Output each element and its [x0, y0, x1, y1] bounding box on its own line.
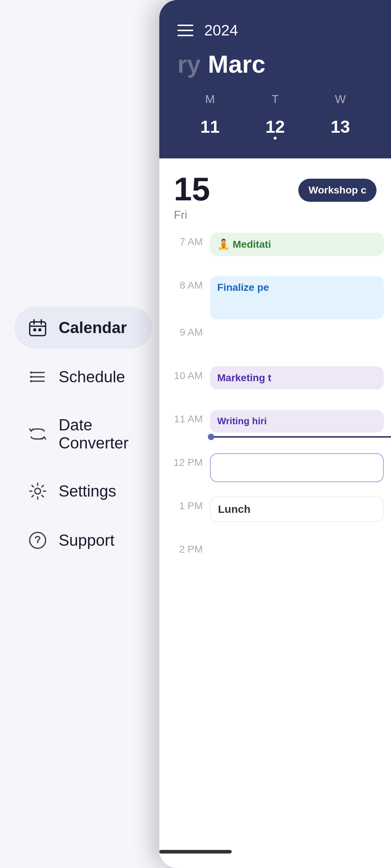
- time-row-8am: 8 AM Finalize pe: [170, 276, 391, 323]
- time-slots: 7 AM 🧘 Meditati 8 AM Finalize pe 9 AM 10…: [159, 233, 391, 583]
- time-label-8am: 8 AM: [170, 276, 210, 291]
- sidebar-item-date-converter-label: Date Converter: [59, 416, 139, 452]
- cal-date-13[interactable]: 13: [308, 113, 373, 140]
- sidebar-item-date-converter[interactable]: Date Converter: [14, 405, 152, 463]
- calendar-icon: [28, 318, 48, 338]
- event-meditation[interactable]: 🧘 Meditati: [210, 233, 384, 256]
- calendar-panel: 2024 ry Marc M T W 11 12 13 15 Fri Works…: [159, 0, 391, 868]
- selected-date-info: 15 Fri: [174, 173, 210, 222]
- schedule-card: 15 Fri Workshop c 7 AM 🧘 Meditati 8 AM F…: [159, 158, 391, 868]
- hamburger-menu-icon[interactable]: [177, 25, 193, 36]
- svg-rect-0: [30, 322, 46, 336]
- day-name-wed: W: [308, 93, 373, 106]
- calendar-month-row: ry Marc: [177, 50, 373, 78]
- time-content-10am: Marketing t: [210, 366, 391, 393]
- support-icon: [28, 530, 48, 550]
- sidebar: Calendar Schedule: [0, 0, 167, 868]
- time-row-12pm: 12 PM: [170, 453, 391, 497]
- event-outline[interactable]: [210, 453, 384, 482]
- event-marketing[interactable]: Marketing t: [210, 366, 384, 390]
- current-time-indicator: [210, 436, 391, 438]
- day-name-mon: M: [177, 93, 243, 106]
- event-lunch[interactable]: Lunch: [210, 497, 384, 522]
- time-label-10am: 10 AM: [170, 366, 210, 382]
- sidebar-item-support-label: Support: [59, 531, 114, 549]
- svg-point-13: [35, 488, 41, 494]
- svg-rect-5: [38, 328, 41, 331]
- time-row-10am: 10 AM Marketing t: [170, 366, 391, 410]
- time-label-2pm: 2 PM: [170, 540, 210, 555]
- time-label-12pm: 12 PM: [170, 453, 210, 468]
- time-label-11am: 11 AM: [170, 410, 210, 425]
- calendar-header: 2024 ry Marc M T W 11 12 13: [159, 0, 391, 158]
- time-content-12pm: [210, 453, 391, 486]
- time-indicator-dot: [208, 434, 214, 440]
- sidebar-item-support[interactable]: Support: [14, 519, 152, 561]
- event-finalize[interactable]: Finalize pe: [210, 276, 384, 319]
- time-row-9am: 9 AM: [170, 323, 391, 366]
- time-row-11am: 11 AM Writing hiri: [170, 410, 391, 453]
- svg-point-12: [30, 380, 32, 382]
- sidebar-item-settings[interactable]: Settings: [14, 470, 152, 512]
- selected-day-name: Fri: [174, 208, 210, 222]
- sidebar-item-calendar-label: Calendar: [59, 319, 127, 337]
- time-row-7am: 7 AM 🧘 Meditati: [170, 233, 391, 276]
- sidebar-item-calendar[interactable]: Calendar: [14, 307, 152, 349]
- time-content-11am: Writing hiri: [210, 410, 391, 436]
- sidebar-item-schedule-label: Schedule: [59, 368, 125, 386]
- time-content-7am: 🧘 Meditati: [210, 233, 391, 260]
- time-content-1pm: Lunch: [210, 497, 391, 526]
- current-month-label: Marc: [208, 50, 265, 78]
- time-label-7am: 7 AM: [170, 233, 210, 248]
- calendar-days-header: M T W: [177, 93, 373, 106]
- svg-point-11: [30, 376, 32, 378]
- sidebar-item-schedule[interactable]: Schedule: [14, 356, 152, 398]
- workshop-badge[interactable]: Workshop c: [298, 179, 377, 202]
- sidebar-nav: Calendar Schedule: [14, 307, 152, 561]
- cal-date-12[interactable]: 12: [243, 113, 308, 140]
- time-row-1pm: 1 PM Lunch: [170, 497, 391, 540]
- cal-top-bar: 2024: [177, 22, 373, 39]
- time-label-9am: 9 AM: [170, 323, 210, 338]
- svg-rect-4: [33, 328, 36, 331]
- prev-month-label: ry: [177, 50, 201, 78]
- time-label-1pm: 1 PM: [170, 497, 210, 512]
- cal-date-11[interactable]: 11: [177, 113, 243, 140]
- settings-icon: [28, 481, 48, 501]
- calendar-year: 2024: [204, 22, 238, 39]
- selected-day-number: 15: [174, 173, 210, 205]
- calendar-dates-row: 11 12 13: [177, 113, 373, 140]
- svg-point-10: [30, 371, 32, 374]
- bottom-handle: [159, 850, 232, 854]
- sidebar-item-settings-label: Settings: [59, 482, 116, 500]
- time-content-8am: Finalize pe: [210, 276, 391, 323]
- date-converter-icon: [28, 424, 48, 444]
- schedule-icon: [28, 367, 48, 387]
- schedule-date-header: 15 Fri Workshop c: [159, 173, 391, 233]
- time-row-2pm: 2 PM: [170, 540, 391, 583]
- event-writing[interactable]: Writing hiri: [210, 410, 384, 433]
- day-name-tue: T: [243, 93, 308, 106]
